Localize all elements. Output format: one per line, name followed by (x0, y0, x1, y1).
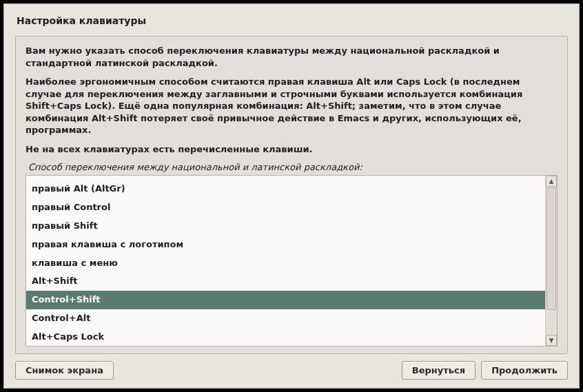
list-item[interactable]: правый Control (26, 198, 545, 217)
description-p2: Наиболее эргономичным способом считаются… (25, 76, 558, 136)
continue-button[interactable]: Продолжить (481, 361, 568, 380)
back-button[interactable]: Вернуться (402, 361, 475, 380)
list-item[interactable]: правый Shift (26, 217, 545, 236)
list-item[interactable]: Control+Alt (26, 309, 545, 328)
scrollbar[interactable]: ▲ ▼ (545, 176, 557, 346)
scroll-thumb[interactable] (546, 187, 556, 310)
scroll-down-button[interactable]: ▼ (546, 335, 557, 346)
list-item[interactable]: клавиша с меню (26, 254, 545, 273)
list-item[interactable]: Alt+Caps Lock (26, 328, 545, 346)
content-panel: Вам нужно указать способ переключения кл… (15, 36, 568, 354)
list-item[interactable]: Control+Shift (26, 291, 545, 309)
description-p3: Не на всех клавиатурах есть перечисленны… (25, 143, 558, 156)
list-item[interactable]: Alt+Shift (26, 272, 545, 291)
scroll-up-button[interactable]: ▲ (546, 176, 557, 187)
list-item[interactable]: правый Alt (AltGr) (26, 180, 545, 198)
installer-window: Настройка клавиатуры Вам нужно указать с… (3, 3, 580, 389)
description-p1: Вам нужно указать способ переключения кл… (25, 45, 558, 69)
options-list-container: правый Alt (AltGr)правый Controlправый S… (25, 175, 558, 347)
button-bar: Снимок экрана Вернуться Продолжить (15, 361, 568, 380)
list-item[interactable]: правая клавиша с логотипом (26, 236, 545, 254)
options-listbox[interactable]: правый Alt (AltGr)правый Controlправый S… (26, 176, 545, 346)
page-title: Настройка клавиатуры (17, 15, 568, 26)
description-text: Вам нужно указать способ переключения кл… (25, 45, 558, 162)
list-label: Способ переключения между национальной и… (28, 162, 558, 172)
screenshot-button[interactable]: Снимок экрана (15, 361, 114, 380)
